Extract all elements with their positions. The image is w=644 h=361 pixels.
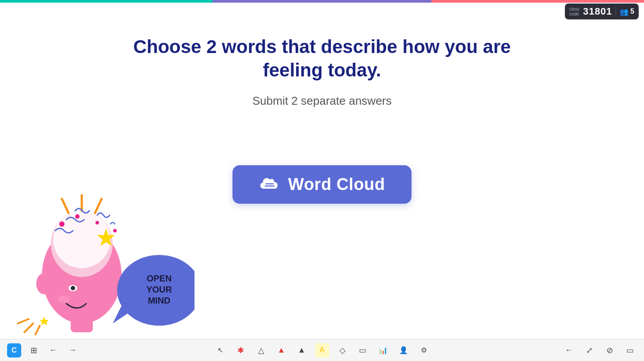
gear-tool[interactable]: ⚙ [417,343,431,357]
eraser-tool[interactable]: ◇ [335,343,350,357]
svg-line-17 [62,199,69,213]
triangle-fill-tool[interactable]: ▲ [274,343,289,357]
svg-line-16 [95,199,102,213]
progress-segment-1 [0,0,213,3]
svg-line-18 [24,323,33,332]
toolbar-right: ← ⤢ ⊘ ▭ [562,343,637,357]
chart-tool[interactable]: 📊 [376,343,390,357]
word-cloud-label: Word Cloud [288,175,385,194]
svg-point-8 [71,286,75,290]
svg-marker-22 [40,317,49,325]
svg-text:OPEN: OPEN [147,274,172,283]
highlight-tool[interactable]: A [315,343,329,357]
progress-segment-3 [431,0,644,3]
svg-line-19 [35,326,40,334]
svg-rect-5 [71,317,93,332]
triangle-text-tool[interactable]: ▲ [295,343,309,357]
word-cloud-button[interactable]: Word Cloud [232,165,412,204]
eye-off-button[interactable]: ⊘ [602,343,617,357]
grid-button[interactable]: ⊞ [27,343,41,357]
screen-button[interactable]: ▭ [623,343,637,357]
svg-point-26 [113,229,117,232]
subtitle: Submit 2 separate answers [252,94,392,108]
back-button[interactable]: ← [46,343,60,357]
nav-back-right[interactable]: ← [562,343,576,357]
main-title: Choose 2 words that describe how you are… [123,35,521,82]
logo-button[interactable]: C [7,343,21,357]
progress-segment-2 [213,0,431,3]
toolbar: C ⊞ ← → ↖ ✱ △ ▲ ▲ A ◇ ▭ 📊 👤 ⚙ ← ⤢ ⊘ ▭ [0,339,644,361]
top-progress-bar [0,0,644,3]
toolbar-center: ↖ ✱ △ ▲ ▲ A ◇ ▭ 📊 👤 ⚙ [213,343,431,357]
svg-point-6 [36,273,52,294]
main-content: Choose 2 words that describe how you are… [0,13,644,204]
toolbar-left: C ⊞ ← → [7,343,80,357]
triangle-outline-tool[interactable]: △ [254,343,268,357]
svg-point-4 [53,211,111,268]
pen-tool[interactable]: ✱ [234,343,248,357]
cloud-icon [259,176,280,193]
comment-tool[interactable]: ▭ [356,343,370,357]
svg-text:YOUR: YOUR [146,285,172,294]
svg-line-20 [18,319,29,323]
expand-button[interactable]: ⤢ [582,343,596,357]
svg-point-9 [58,296,70,303]
svg-point-23 [59,221,65,227]
forward-button[interactable]: → [65,343,80,357]
cursor-tool[interactable]: ↖ [213,343,228,357]
svg-point-25 [95,221,99,224]
svg-text:MIND: MIND [148,296,170,305]
person-tool[interactable]: 👤 [396,343,411,357]
svg-point-24 [75,214,80,219]
illustration: OPEN YOUR MIND [9,186,194,337]
